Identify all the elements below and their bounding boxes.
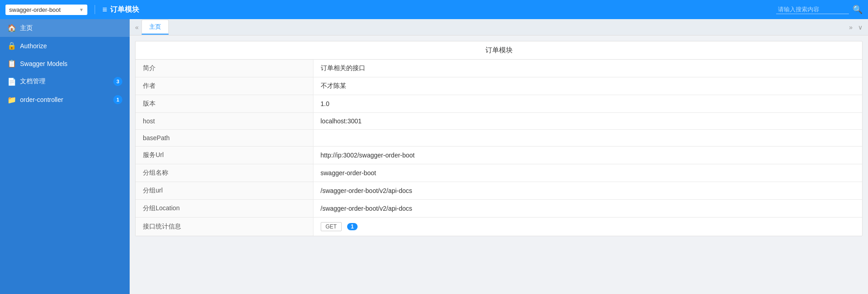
table-row: 分组Location /swagger-order-boot/v2/api-do… — [136, 200, 862, 218]
sidebar-item-swagger-models[interactable]: 📋 Swagger Models — [0, 55, 130, 72]
tab-next-button[interactable]: » — [847, 24, 854, 31]
header-title-text: 订单模块 — [110, 5, 139, 15]
module-select[interactable]: swagger-order-boot — [5, 5, 87, 15]
menu-icon: ≡ — [102, 5, 107, 15]
layout: 🏠 主页 🔒 Authorize 📋 Swagger Models 📄 文档管理… — [0, 19, 868, 294]
info-panel-title: 订单模块 — [136, 41, 862, 60]
value-service-url: http://ip:3002/swagger-order-boot — [313, 147, 862, 164]
info-panel: 订单模块 简介 订单相关的接口 作者 不才陈某 版本 1.0 — [135, 41, 863, 236]
table-row: basePath — [136, 130, 862, 147]
tab-expand-button[interactable]: ∨ — [856, 24, 864, 31]
label-author: 作者 — [136, 77, 313, 95]
tab-right-controls: » ∨ — [847, 24, 864, 31]
label-version: 版本 — [136, 95, 313, 113]
doc-icon: 📄 — [7, 77, 16, 86]
value-host: localhost:3001 — [313, 113, 862, 130]
value-api-stats: GET 1 — [313, 218, 862, 236]
header-search: 🔍 — [776, 5, 863, 14]
sidebar-item-home[interactable]: 🏠 主页 — [0, 19, 130, 37]
sidebar-item-authorize[interactable]: 🔒 Authorize — [0, 37, 130, 55]
label-group-location: 分组Location — [136, 200, 313, 218]
value-base-path — [313, 130, 862, 147]
table-row: 作者 不才陈某 — [136, 77, 862, 95]
value-author: 不才陈某 — [313, 77, 862, 95]
sidebar-item-authorize-label: Authorize — [20, 42, 47, 50]
label-api-stats: 接口统计信息 — [136, 218, 313, 236]
sidebar-item-swagger-models-label: Swagger Models — [20, 60, 67, 67]
value-group-name: swagger-order-boot — [313, 164, 862, 182]
lock-icon: 🔒 — [7, 41, 16, 50]
value-group-url: /swagger-order-boot/v2/api-docs — [313, 182, 862, 200]
search-input[interactable] — [776, 5, 849, 14]
label-service-url: 服务Url — [136, 147, 313, 164]
header-title: ≡ 订单模块 — [102, 5, 139, 15]
table-row: host localhost:3001 — [136, 113, 862, 130]
models-icon: 📋 — [7, 59, 16, 68]
value-group-location: /swagger-order-boot/v2/api-docs — [313, 200, 862, 218]
sidebar-item-order-controller-label: order-controller — [20, 96, 63, 103]
table-row: 服务Url http://ip:3002/swagger-order-boot — [136, 147, 862, 164]
label-base-path: basePath — [136, 130, 313, 147]
label-host: host — [136, 113, 313, 130]
tab-prev-button[interactable]: « — [133, 24, 141, 31]
label-group-url: 分组url — [136, 182, 313, 200]
sidebar-item-home-label: 主页 — [20, 24, 33, 32]
search-button[interactable]: 🔍 — [853, 5, 863, 14]
table-row: 分组名称 swagger-order-boot — [136, 164, 862, 182]
home-icon: 🏠 — [7, 24, 16, 32]
get-badge: GET — [321, 222, 342, 231]
sidebar-item-order-controller[interactable]: 📁 order-controller 1 — [0, 91, 130, 109]
info-table: 简介 订单相关的接口 作者 不才陈某 版本 1.0 host localhost… — [136, 60, 862, 236]
value-intro: 订单相关的接口 — [313, 60, 862, 77]
label-group-name: 分组名称 — [136, 164, 313, 182]
sidebar-item-doc-management-label: 文档管理 — [20, 77, 45, 86]
table-row: 简介 订单相关的接口 — [136, 60, 862, 77]
tab-home[interactable]: 主页 — [141, 20, 169, 35]
value-version: 1.0 — [313, 95, 862, 113]
main-content: « 主页 » ∨ 订单模块 简介 订单相关的接口 作者 不才陈某 — [130, 19, 868, 294]
table-row: 版本 1.0 — [136, 95, 862, 113]
header-divider — [95, 5, 95, 14]
count-badge: 1 — [347, 223, 358, 230]
module-select-wrap[interactable]: swagger-order-boot ▼ — [5, 5, 87, 15]
tab-bar: « 主页 » ∨ — [130, 19, 868, 35]
order-controller-badge: 1 — [113, 95, 122, 104]
table-row: 分组url /swagger-order-boot/v2/api-docs — [136, 182, 862, 200]
label-intro: 简介 — [136, 60, 313, 77]
doc-management-badge: 3 — [113, 77, 122, 86]
table-row: 接口统计信息 GET 1 — [136, 218, 862, 236]
header: swagger-order-boot ▼ ≡ 订单模块 🔍 — [0, 0, 868, 19]
sidebar: 🏠 主页 🔒 Authorize 📋 Swagger Models 📄 文档管理… — [0, 19, 130, 294]
folder-icon: 📁 — [7, 96, 16, 104]
sidebar-item-doc-management[interactable]: 📄 文档管理 3 — [0, 72, 130, 91]
